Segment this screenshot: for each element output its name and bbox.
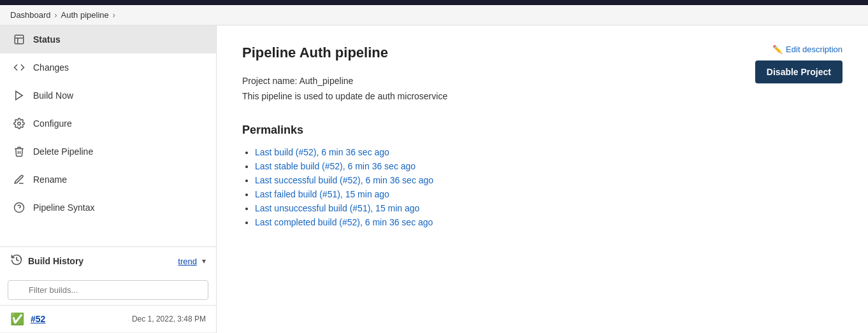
sidebar-item-changes[interactable]: Changes bbox=[0, 53, 216, 81]
project-info: Project name: Auth_pipeline This pipelin… bbox=[242, 74, 843, 104]
permalinks-section: Permalinks Last build (#52), 6 min 36 se… bbox=[242, 124, 843, 227]
sidebar-label-rename: Rename bbox=[33, 174, 67, 185]
breadcrumb-sep-2: › bbox=[113, 11, 115, 20]
sidebar-label-changes: Changes bbox=[33, 62, 69, 73]
permalink-0[interactable]: Last build (#52), 6 min 36 sec ago bbox=[255, 147, 389, 157]
chevron-down-icon[interactable]: ▾ bbox=[202, 257, 206, 266]
breadcrumb-auth-pipeline[interactable]: Auth pipeline bbox=[61, 10, 109, 20]
list-item: Last build (#52), 6 min 36 sec ago bbox=[255, 147, 843, 157]
sidebar-item-configure[interactable]: Configure bbox=[0, 110, 216, 138]
sidebar-item-delete-pipeline[interactable]: Delete Pipeline bbox=[0, 138, 216, 166]
changes-icon bbox=[13, 61, 25, 74]
permalinks-list: Last build (#52), 6 min 36 sec ago Last … bbox=[242, 147, 843, 227]
sidebar-item-pipeline-syntax[interactable]: Pipeline Syntax bbox=[0, 194, 216, 222]
build-history-section: Build History trend ▾ 🔍 ✅ #52 Dec 1, 202… bbox=[0, 246, 216, 333]
action-buttons: ✏️ Edit description Disable Project bbox=[755, 45, 843, 83]
filter-builds-container: 🔍 bbox=[0, 275, 216, 306]
sidebar-label-configure: Configure bbox=[33, 118, 72, 129]
breadcrumb-dashboard[interactable]: Dashboard bbox=[10, 10, 51, 20]
build-history-icon bbox=[10, 253, 23, 269]
sidebar-label-pipeline-syntax: Pipeline Syntax bbox=[33, 202, 95, 213]
list-item: Last unsuccessful build (#51), 15 min ag… bbox=[255, 203, 843, 213]
svg-marker-3 bbox=[16, 91, 23, 100]
breadcrumb: Dashboard › Auth pipeline › bbox=[0, 5, 868, 25]
svg-point-4 bbox=[18, 122, 21, 125]
build-history-header: Build History trend ▾ bbox=[0, 246, 216, 275]
list-item: Last completed build (#52), 6 min 36 sec… bbox=[255, 217, 843, 227]
permalink-1[interactable]: Last stable build (#52), 6 min 36 sec ag… bbox=[255, 161, 416, 171]
svg-rect-0 bbox=[15, 35, 24, 44]
sidebar-label-delete-pipeline: Delete Pipeline bbox=[33, 146, 93, 157]
edit-description-button[interactable]: ✏️ Edit description bbox=[772, 45, 843, 54]
filter-input-wrap: 🔍 bbox=[8, 280, 208, 300]
permalink-5[interactable]: Last completed build (#52), 6 min 36 sec… bbox=[255, 217, 433, 227]
delete-icon bbox=[13, 145, 25, 158]
sidebar-label-build-now: Build Now bbox=[33, 90, 73, 101]
pencil-icon: ✏️ bbox=[772, 45, 783, 54]
disable-project-button[interactable]: Disable Project bbox=[755, 60, 843, 83]
sidebar-label-status: Status bbox=[33, 34, 61, 45]
list-item: Last stable build (#52), 6 min 36 sec ag… bbox=[255, 161, 843, 171]
status-icon bbox=[13, 33, 25, 46]
build-now-icon bbox=[13, 89, 25, 102]
build-number-52[interactable]: #52 bbox=[31, 314, 45, 324]
layout: Status Changes Build bbox=[0, 25, 868, 333]
permalinks-title: Permalinks bbox=[242, 124, 843, 137]
sidebar: Status Changes Build bbox=[0, 25, 217, 333]
sidebar-nav: Status Changes Build bbox=[0, 25, 216, 246]
filter-builds-input[interactable] bbox=[8, 280, 208, 300]
configure-icon bbox=[13, 117, 25, 130]
sidebar-item-rename[interactable]: Rename bbox=[0, 166, 216, 194]
build-success-icon: ✅ bbox=[10, 312, 24, 326]
build-date-52: Dec 1, 2022, 3:48 PM bbox=[132, 315, 206, 323]
rename-icon bbox=[13, 173, 25, 186]
project-description: This pipeline is used to update de auth … bbox=[242, 89, 843, 104]
breadcrumb-sep-1: › bbox=[55, 11, 57, 20]
trend-link[interactable]: trend bbox=[178, 257, 197, 266]
topbar bbox=[0, 0, 868, 5]
permalink-2[interactable]: Last successful build (#52), 6 min 36 se… bbox=[255, 175, 433, 185]
page-title: Pipeline Auth pipeline bbox=[242, 45, 843, 61]
permalink-3[interactable]: Last failed build (#51), 15 min ago bbox=[255, 189, 389, 199]
permalink-4[interactable]: Last unsuccessful build (#51), 15 min ag… bbox=[255, 203, 419, 213]
list-item: Last successful build (#52), 6 min 36 se… bbox=[255, 175, 843, 185]
sidebar-item-build-now[interactable]: Build Now bbox=[0, 81, 216, 110]
syntax-icon bbox=[13, 201, 25, 214]
build-item-52[interactable]: ✅ #52 Dec 1, 2022, 3:48 PM bbox=[0, 306, 216, 333]
main-content: ✏️ Edit description Disable Project Pipe… bbox=[217, 25, 868, 333]
sidebar-item-status[interactable]: Status bbox=[0, 25, 216, 53]
build-history-label: Build History bbox=[28, 256, 173, 266]
list-item: Last failed build (#51), 15 min ago bbox=[255, 189, 843, 199]
project-name: Project name: Auth_pipeline bbox=[242, 74, 843, 89]
